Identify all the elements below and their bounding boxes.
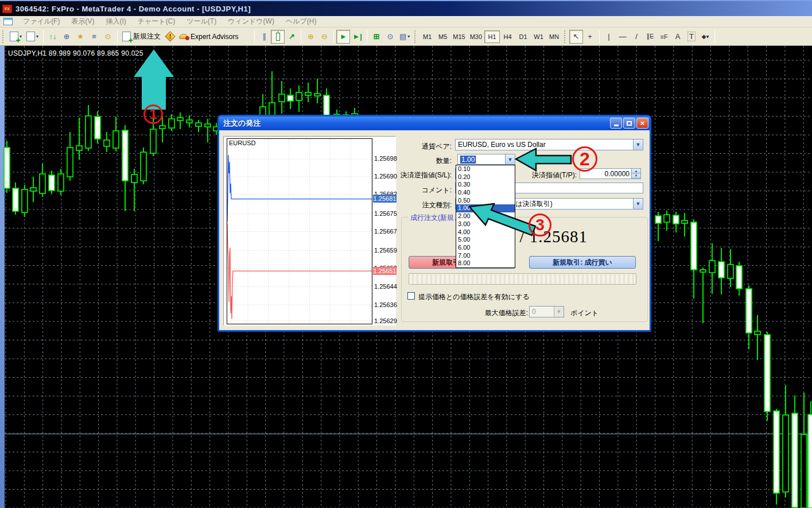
expert-advisors-button[interactable]: Expert Advisors [177, 30, 240, 44]
volume-option[interactable]: 1.00 [456, 204, 515, 212]
toolbar-grip[interactable] [2, 30, 5, 43]
indicators-button[interactable]: ⊞ [370, 30, 383, 44]
symbol-select[interactable]: EURUSD, Euro vs US Dollar ▼ [455, 139, 643, 150]
candle [4, 148, 10, 188]
templates-button[interactable]: ▤▾ [397, 30, 412, 44]
tick-chart-plot: EURUSD [227, 138, 372, 324]
timeframe-d1[interactable]: D1 [515, 30, 531, 43]
volume-option[interactable]: 7.00 [456, 252, 515, 260]
dialog-title-bar[interactable]: 注文の発注 [219, 117, 650, 130]
auto-scroll-button[interactable]: ► [336, 30, 350, 44]
cursor-tool-button[interactable]: ↖ [569, 30, 583, 44]
menu-item[interactable]: ウィンドウ(W) [222, 15, 280, 28]
timeframe-h4[interactable]: H4 [500, 30, 515, 43]
text-label-icon: T [687, 32, 696, 41]
timeframe-m30[interactable]: M30 [468, 30, 484, 43]
volume-dropdown-list: 0.100.200.300.400.501.002.003.004.005.00… [456, 165, 515, 268]
timeframe-w1[interactable]: W1 [531, 30, 546, 43]
profiles-button[interactable]: ▾ [24, 30, 41, 44]
market-watch-button[interactable]: ↑↓ [46, 30, 60, 44]
dialog-close-button[interactable]: × [636, 118, 648, 129]
candle [673, 215, 679, 224]
volume-select[interactable]: 1.00 ▼ [457, 154, 515, 165]
volume-option[interactable]: 0.30 [456, 181, 515, 189]
zoom-in-icon: ⊕ [308, 32, 314, 41]
chart-shift-button[interactable]: ►| [350, 30, 364, 44]
trendline-button[interactable]: / [630, 30, 643, 44]
navigator-button[interactable]: ★ [73, 30, 87, 44]
chevron-down-icon[interactable]: ▼ [633, 199, 643, 209]
bar-chart-button[interactable]: ∥ [257, 30, 271, 44]
volume-option[interactable]: 3.00 [456, 220, 515, 228]
menu-bar: ファイル(F)表示(V)挿入(I)チャート(C)ツール(T)ウィンドウ(W)ヘル… [0, 16, 812, 28]
horizontal-line-button[interactable]: — [616, 30, 630, 44]
spinner-buttons[interactable]: ▲▼ [631, 169, 640, 179]
dialog-maximize-button[interactable] [623, 118, 635, 129]
text-label-button[interactable]: T [685, 30, 698, 44]
bid-price-badge: 1.25651 [373, 267, 397, 275]
zoom-in-button[interactable]: ⊕ [304, 30, 317, 44]
terminal-button[interactable]: ≡ [87, 30, 101, 44]
metaeditor-icon: ! [165, 31, 175, 41]
text-tool-button[interactable]: A [671, 30, 685, 44]
arrows-button[interactable]: ◆▾ [698, 30, 712, 44]
expert-advisors-label: Expert Advisors [191, 33, 238, 41]
timeframe-mn[interactable]: MN [546, 30, 562, 43]
window-title: 3064542: FxPro - MetaTrader 4 - Demo Acc… [15, 5, 251, 13]
volume-option[interactable]: 8.00 [456, 259, 515, 267]
periods-button[interactable]: ⊙ [383, 30, 397, 44]
volume-option[interactable]: 0.50 [456, 197, 515, 205]
fibonacci-icon: ≡F [660, 33, 667, 40]
vertical-line-button[interactable]: | [602, 30, 616, 44]
strategy-tester-button[interactable]: ⊙ [101, 30, 115, 44]
symbol-value: EURUSD, Euro vs US Dollar [456, 141, 633, 149]
timeframe-m5[interactable]: M5 [435, 30, 450, 43]
volume-option[interactable]: 5.00 [456, 236, 515, 244]
deviation-checkbox-label: 提示価格との価格誤差を有効にする [418, 292, 530, 302]
volume-option[interactable]: 2.00 [456, 212, 515, 220]
chevron-down-icon[interactable]: ▼ [633, 139, 643, 150]
menu-item[interactable]: チャート(C) [132, 15, 181, 28]
candle [113, 131, 119, 148]
menu-item[interactable]: ヘルプ(H) [280, 15, 323, 28]
line-chart-button[interactable]: ↗ [285, 30, 298, 44]
timeframe-m1[interactable]: M1 [419, 30, 435, 43]
fibonacci-button[interactable]: ≡F [657, 30, 671, 44]
new-order-button[interactable]: + 新規注文 [120, 30, 163, 44]
candle [95, 117, 100, 139]
volume-option[interactable]: 6.00 [456, 244, 515, 252]
buy-button[interactable]: 新規取引: 成行買い [529, 256, 636, 269]
new-chart-button[interactable]: +▾ [7, 30, 24, 44]
strategy-tester-icon: ⊙ [105, 32, 111, 41]
volume-option[interactable]: 4.00 [456, 228, 515, 236]
new-order-label: 新規注文 [133, 32, 161, 41]
menu-item[interactable]: 表示(V) [65, 15, 100, 28]
new-chart-icon: + [10, 32, 18, 41]
chevron-down-icon[interactable]: ▼ [505, 154, 515, 164]
dialog-minimize-button[interactable] [610, 118, 622, 129]
crosshair-tool-button[interactable]: + [583, 30, 597, 44]
data-window-icon: ⊕ [64, 32, 70, 41]
candlestick-chart-button[interactable] [271, 30, 285, 44]
candle [718, 262, 724, 278]
candle [746, 289, 752, 333]
menu-item[interactable]: 挿入(I) [100, 15, 131, 28]
volume-option[interactable]: 0.20 [456, 173, 515, 181]
candle [76, 146, 82, 150]
timeframe-m15[interactable]: M15 [450, 30, 467, 43]
zoom-out-button[interactable]: ⊖ [317, 30, 331, 44]
tick-chart-panel: EURUSD 1.256981.256901.256821.256751.256… [223, 136, 396, 325]
volume-option[interactable]: 0.10 [456, 165, 515, 173]
timeframe-h1[interactable]: H1 [484, 30, 500, 43]
progress-bar [409, 273, 636, 285]
deviation-checkbox[interactable] [407, 292, 415, 300]
candle [49, 175, 55, 191]
metaeditor-button[interactable]: ! [163, 30, 177, 44]
channel-button[interactable]: ∥E [643, 30, 657, 44]
menu-item[interactable]: ツール(T) [181, 15, 222, 28]
tick-scale-label: 1.25636 [374, 301, 397, 309]
data-window-button[interactable]: ⊕ [60, 30, 73, 44]
candle [160, 126, 165, 129]
menu-item[interactable]: ファイル(F) [17, 15, 65, 28]
volume-option[interactable]: 0.40 [456, 189, 515, 197]
